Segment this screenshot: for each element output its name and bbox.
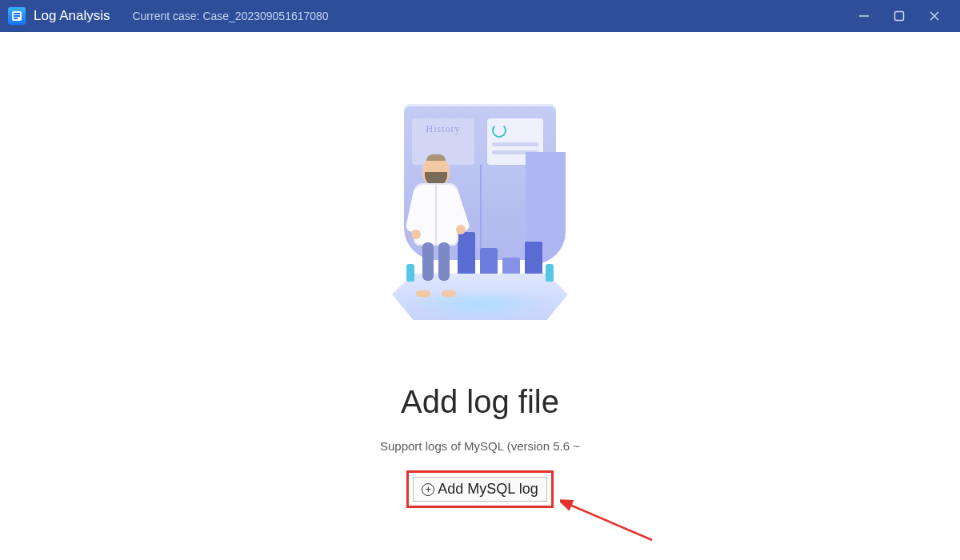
maximize-button[interactable] [891,8,907,24]
svg-rect-5 [895,12,904,21]
svg-rect-3 [14,18,18,19]
minimize-button[interactable] [856,8,872,24]
svg-rect-1 [14,13,20,14]
app-title: Log Analysis [34,8,110,24]
title-bar: Log Analysis Current case: Case_20230905… [0,0,960,32]
add-mysql-log-button[interactable]: + Add MySQL log [413,477,546,502]
svg-line-8 [568,504,652,540]
window-controls [856,8,952,24]
add-button-label: Add MySQL log [438,481,538,498]
illustration: History [376,96,584,336]
history-panel-label: History [426,123,461,135]
swirl-icon [492,123,506,138]
support-subtext: Support logs of MySQL (version 5.6 ~ [380,439,580,453]
server-towers [458,232,542,280]
scientist-figure [408,156,464,292]
plus-circle-icon: + [422,483,434,496]
close-button[interactable] [926,8,942,24]
annotation-arrow [560,480,656,544]
main-content: History Add log file Support logs of MyS… [0,32,960,560]
current-case-label: Current case: Case_202309051617080 [132,10,328,22]
page-heading: Add log file [401,384,559,420]
app-icon [8,7,26,25]
add-button-highlight: + Add MySQL log [406,470,553,508]
svg-rect-2 [14,15,20,17]
